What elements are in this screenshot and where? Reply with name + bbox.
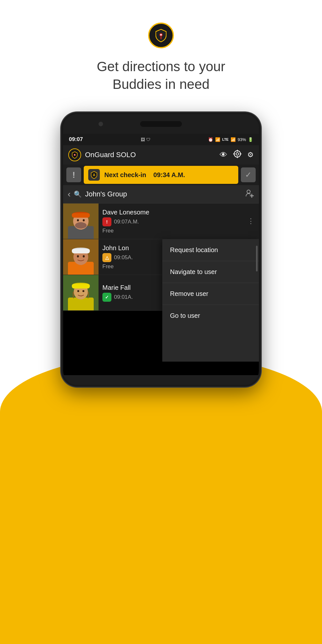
- status-right-icons: ⏰ 📶 LTE 📶 93% 🔋: [208, 137, 253, 142]
- context-menu-item-navigate[interactable]: Navigate to user: [162, 261, 259, 283]
- speaker: [140, 121, 182, 127]
- app-header: OnGuard SOLO 👁: [63, 145, 259, 165]
- signal-icon: 📶: [231, 137, 236, 142]
- app-header-logo: [68, 148, 81, 161]
- battery-icon: 🔋: [248, 137, 253, 142]
- alarm-icon: ⏰: [208, 137, 213, 142]
- user-status-label-dave: Free: [102, 228, 239, 234]
- svg-point-20: [77, 219, 79, 222]
- user-status-dave: ! 09:07A.M.: [102, 217, 239, 226]
- add-user-button[interactable]: [245, 188, 254, 200]
- checkin-main[interactable]: A Next check-in 09:34 A.M.: [84, 166, 238, 184]
- back-button[interactable]: ‹: [68, 189, 71, 199]
- battery-label: 93%: [238, 137, 246, 142]
- context-menu-item-request-location[interactable]: Request location: [162, 239, 259, 261]
- scroll-hint: [256, 246, 258, 271]
- context-menu-item-remove[interactable]: Remove user: [162, 283, 259, 305]
- avatar-john: [63, 239, 99, 275]
- svg-point-34: [77, 290, 79, 292]
- header-left: OnGuard SOLO: [68, 148, 136, 161]
- user-time-marie: 09:01A.: [114, 294, 133, 300]
- checkin-logo: A: [88, 169, 100, 181]
- status-icons-left: 🖼 🛡: [141, 137, 150, 142]
- phone-screen: 09:07 🖼 🛡 ⏰ 📶 LTE 📶 93% 🔋: [63, 134, 259, 375]
- hero-section: Get directions to your Buddies in need 0…: [0, 0, 322, 387]
- header-action-icons: 👁 ⚙: [220, 150, 254, 160]
- svg-rect-26: [72, 249, 90, 253]
- group-name[interactable]: John's Group: [85, 190, 242, 198]
- status-bar: 09:07 🖼 🛡 ⏰ 📶 LTE 📶 93% 🔋: [63, 134, 259, 145]
- svg-point-19: [75, 222, 87, 229]
- svg-point-11: [247, 190, 250, 193]
- svg-point-27: [77, 255, 79, 258]
- checkin-alert-icon: !: [66, 167, 81, 182]
- user-badge-dave: !: [102, 217, 111, 226]
- checkin-banner: ! A Next check-in 09:34 A.M.: [63, 165, 259, 185]
- user-time-john: 09:05A.: [114, 254, 133, 261]
- svg-point-1: [160, 34, 162, 36]
- headline: Get directions to your Buddies in need: [97, 58, 225, 93]
- context-menu: Request location Navigate to user Remove…: [162, 239, 259, 362]
- search-icon: 🔍: [74, 190, 82, 198]
- svg-point-21: [83, 219, 85, 222]
- status-time: 09:07: [69, 136, 83, 143]
- camera-dot: [99, 122, 103, 126]
- phone-top-bar: [63, 114, 259, 134]
- svg-rect-18: [72, 213, 90, 218]
- settings-icon[interactable]: ⚙: [247, 151, 254, 159]
- checkin-check-button[interactable]: ✓: [241, 167, 256, 182]
- group-bar: ‹ 🔍 John's Group: [63, 185, 259, 204]
- svg-rect-33: [72, 284, 90, 289]
- target-icon[interactable]: [233, 150, 242, 160]
- eye-icon[interactable]: 👁: [220, 150, 227, 159]
- hero-logo: [148, 23, 174, 48]
- svg-point-35: [82, 290, 84, 292]
- wifi-icon: 📶: [215, 137, 220, 142]
- svg-point-5: [236, 153, 239, 155]
- context-menu-item-goto[interactable]: Go to user: [162, 305, 259, 327]
- user-list: Dave Lonesome ! 09:07A.M. Free ⋮: [63, 204, 259, 311]
- background-yellow: [0, 354, 322, 644]
- user-item-dave: Dave Lonesome ! 09:07A.M. Free ⋮: [63, 204, 259, 239]
- user-badge-marie: ✓: [102, 293, 111, 302]
- svg-point-28: [83, 255, 85, 258]
- user-name-dave: Dave Lonesome: [102, 209, 239, 216]
- lte-label: LTE: [222, 137, 229, 141]
- checkin-label: Next check-in 09:34 A.M.: [104, 171, 185, 179]
- user-info-dave: Dave Lonesome ! 09:07A.M. Free: [99, 204, 243, 239]
- svg-text:A: A: [93, 173, 95, 177]
- user-menu-dave[interactable]: ⋮: [243, 204, 259, 239]
- phone-bottom-bar: [63, 375, 259, 385]
- user-time-dave: 09:07A.M.: [114, 219, 139, 225]
- avatar-dave: [63, 204, 99, 239]
- phone-mockup: 09:07 🖼 🛡 ⏰ 📶 LTE 📶 93% 🔋: [61, 112, 261, 387]
- user-badge-john: △: [102, 253, 111, 262]
- user-item-john: John Lon △ 09:05A. Free: [63, 239, 259, 275]
- svg-point-3: [74, 155, 75, 156]
- app-name: OnGuard SOLO: [85, 151, 136, 159]
- avatar-marie: [63, 275, 99, 310]
- phone-device: 09:07 🖼 🛡 ⏰ 📶 LTE 📶 93% 🔋: [61, 112, 261, 387]
